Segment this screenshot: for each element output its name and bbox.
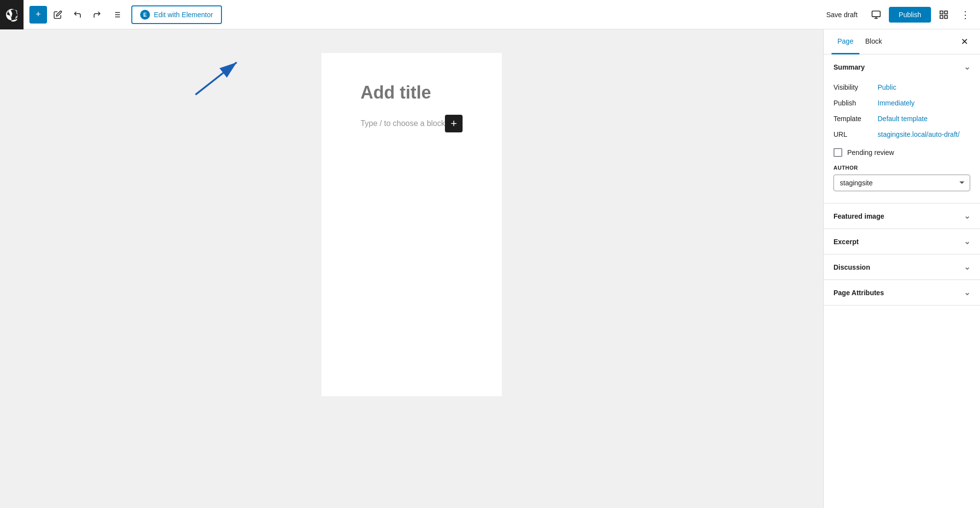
editor-area: Add title Type / to choose a block +	[321, 29, 502, 508]
post-title-input[interactable]: Add title	[361, 82, 463, 103]
svg-rect-10	[945, 11, 948, 14]
template-value[interactable]: Default template	[878, 115, 928, 123]
discussion-title: Discussion	[833, 263, 870, 271]
summary-chevron-up-icon: ⌄	[964, 62, 970, 72]
svg-rect-11	[945, 15, 948, 18]
svg-rect-12	[940, 15, 943, 18]
excerpt-chevron-icon: ⌄	[964, 237, 970, 246]
excerpt-title: Excerpt	[833, 238, 858, 246]
excerpt-header[interactable]: Excerpt ⌄	[824, 229, 980, 254]
discussion-section: Discussion ⌄	[824, 254, 980, 280]
tab-page-label: Page	[837, 37, 854, 45]
editor-content: Add title Type / to choose a block +	[321, 53, 502, 396]
preview-icon	[871, 10, 881, 20]
add-block-inline-icon: +	[451, 117, 457, 130]
page-attributes-chevron-icon: ⌄	[964, 288, 970, 297]
tab-page[interactable]: Page	[832, 29, 859, 54]
pending-review-label: Pending review	[847, 149, 894, 156]
edit-elementor-label: Edit with Elementor	[154, 11, 213, 19]
pending-review-row: Pending review	[833, 142, 970, 161]
editor-wrapper: Add title Type / to choose a block +	[0, 29, 823, 508]
svg-rect-6	[872, 11, 881, 17]
svg-rect-9	[940, 11, 943, 14]
summary-title: Summary	[833, 63, 865, 71]
save-draft-button[interactable]: Save draft	[820, 8, 863, 22]
sidebar-tabs: Page Block ✕	[824, 29, 980, 54]
page-attributes-header[interactable]: Page Attributes ⌄	[824, 280, 980, 305]
excerpt-section: Excerpt ⌄	[824, 229, 980, 254]
tab-block[interactable]: Block	[859, 29, 888, 54]
toolbar-left: +	[6, 0, 820, 29]
discussion-header[interactable]: Discussion ⌄	[824, 254, 980, 279]
author-label: AUTHOR	[833, 165, 970, 171]
title-area: Add title	[361, 82, 463, 103]
summary-section-content: Visibility Public Publish Immediately Te…	[824, 79, 980, 203]
featured-image-section: Featured image ⌄	[824, 203, 980, 229]
author-section: AUTHOR stagingsite	[833, 161, 970, 193]
sidebar-close-button[interactable]: ✕	[957, 34, 972, 49]
plus-icon: +	[36, 9, 41, 20]
author-select[interactable]: stagingsite	[833, 175, 970, 191]
publish-row: Publish Immediately	[833, 95, 970, 111]
template-row: Template Default template	[833, 111, 970, 127]
publish-value[interactable]: Immediately	[878, 99, 914, 107]
template-label: Template	[833, 115, 878, 123]
toolbar-right: Save draft Publish ⋮	[820, 6, 974, 24]
list-icon	[112, 10, 121, 19]
toolbar: +	[0, 0, 980, 29]
featured-image-header[interactable]: Featured image ⌄	[824, 203, 980, 229]
edit-icon	[53, 10, 62, 19]
page-attributes-title: Page Attributes	[833, 289, 884, 297]
list-view-button[interactable]	[108, 6, 125, 24]
edit-tool-button[interactable]	[49, 6, 67, 24]
wordpress-logo	[0, 0, 24, 29]
undo-icon	[73, 10, 82, 19]
summary-section-header[interactable]: Summary ⌄	[824, 54, 980, 79]
redo-icon	[93, 10, 101, 19]
add-block-inline-button[interactable]: +	[445, 115, 463, 132]
publish-label: Publish	[833, 99, 878, 107]
add-block-button[interactable]: +	[29, 6, 47, 24]
summary-section: Summary ⌄ Visibility Public Publish Imme…	[824, 54, 980, 203]
undo-button[interactable]	[69, 6, 86, 24]
page-attributes-section: Page Attributes ⌄	[824, 280, 980, 305]
tab-block-label: Block	[865, 37, 882, 45]
more-options-button[interactable]: ⋮	[956, 6, 974, 24]
visibility-label: Visibility	[833, 83, 878, 91]
settings-button[interactable]	[935, 6, 953, 24]
elementor-icon: E	[140, 10, 150, 20]
pending-review-checkbox[interactable]	[833, 148, 842, 157]
preview-button[interactable]	[867, 6, 885, 24]
url-label: URL	[833, 130, 878, 138]
settings-icon	[939, 10, 949, 20]
more-options-icon: ⋮	[960, 9, 970, 21]
sidebar: Page Block ✕ Summary ⌄ Visibility Public	[823, 29, 980, 508]
redo-button[interactable]	[88, 6, 106, 24]
publish-button[interactable]: Publish	[889, 7, 931, 23]
discussion-chevron-icon: ⌄	[964, 262, 970, 272]
url-value[interactable]: stagingsite.local/auto-draft/	[878, 130, 959, 138]
main-layout: Add title Type / to choose a block + Pag…	[0, 29, 980, 508]
svg-line-14	[196, 62, 237, 95]
visibility-value[interactable]: Public	[878, 83, 896, 91]
block-placeholder-text: Type / to choose a block	[361, 119, 445, 128]
url-row: URL stagingsite.local/auto-draft/	[833, 127, 970, 142]
block-placeholder-row: Type / to choose a block +	[361, 115, 463, 132]
featured-image-title: Featured image	[833, 212, 884, 220]
close-icon: ✕	[961, 37, 968, 47]
featured-image-chevron-icon: ⌄	[964, 211, 970, 221]
visibility-row: Visibility Public	[833, 79, 970, 95]
publish-label: Publish	[899, 11, 921, 19]
save-draft-label: Save draft	[826, 11, 858, 19]
edit-with-elementor-button[interactable]: E Edit with Elementor	[131, 5, 222, 24]
